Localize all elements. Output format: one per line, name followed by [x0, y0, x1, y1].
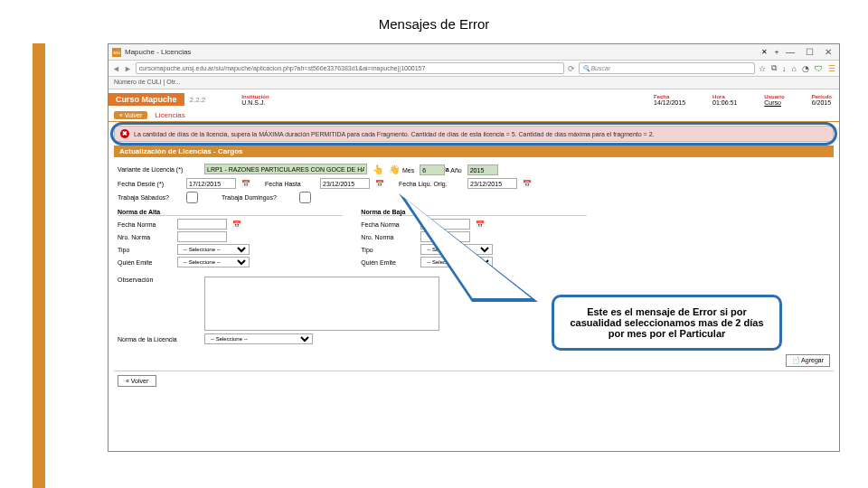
orange-vertical-bar — [33, 43, 45, 488]
domingo-label: Trabaja Domingos? — [222, 194, 294, 201]
menu-icon[interactable]: ☰ — [828, 64, 835, 73]
spacer-col — [605, 209, 830, 269]
tab-title[interactable]: Mapuche - Licencias — [125, 48, 761, 56]
url-field[interactable]: cursomapuche.unsj.edu.ar/siu/mapuche/apl… — [136, 62, 565, 74]
mes-field[interactable] — [420, 164, 445, 175]
sabado-label: Trabaja Sábados? — [118, 194, 181, 201]
calendar-icon-3[interactable]: 📅 — [523, 180, 532, 188]
address-bar: ◄ ► cursomapuche.unsj.edu.ar/siu/mapuche… — [108, 61, 839, 77]
periodo-value: 6/2015 — [812, 99, 832, 106]
baja-nnorma-label: Nro. Norma — [361, 234, 415, 240]
alta-emisor-select[interactable]: -- Seleccione -- — [177, 257, 250, 267]
calendar-icon[interactable]: 📅 — [241, 180, 250, 188]
alta-fnorma-label: Fecha Norma — [118, 221, 172, 228]
favicon-icon: siu — [112, 48, 121, 57]
calendar-icon-2[interactable]: 📅 — [375, 180, 384, 188]
bookmark-bar: Número de CULI | Otr... — [108, 77, 839, 89]
section-header: Actualización de Licencias - Cargos — [114, 145, 834, 157]
window-close-icon[interactable]: ✕ — [825, 47, 832, 57]
slide-title: Mensajes de Error — [0, 0, 868, 39]
desde-label: Fecha Desde (*) — [118, 181, 181, 187]
brand-logo: Curso Mapuche — [108, 93, 184, 106]
obs-textarea[interactable] — [204, 277, 439, 331]
forward-icon[interactable]: ► — [124, 64, 132, 73]
norma-alta-col: Norma de Alta Fecha Norma📅 Nro. Norma Ti… — [118, 209, 343, 269]
alta-tipo-label: Tipo — [118, 247, 172, 253]
error-wrapper: ✖ La cantidad de días de la licencia, su… — [114, 126, 834, 142]
hora-value: 01:06:51 — [712, 99, 737, 106]
ult-label: Fecha Liqu. Orig. — [399, 181, 462, 187]
volver-button[interactable]: « Volver — [114, 111, 147, 119]
hasta-field[interactable] — [320, 178, 370, 189]
breadcrumb: « Volver Licencias — [108, 109, 839, 122]
error-text: La cantidad de días de la licencia, supe… — [134, 131, 655, 137]
alta-nnorma-label: Nro. Norma — [118, 234, 172, 240]
shield-icon[interactable]: 🛡 — [815, 64, 823, 73]
hasta-label: Fecha Hasta — [265, 181, 315, 187]
alta-header: Norma de Alta — [118, 209, 343, 216]
calendar-icon-4[interactable]: 📅 — [232, 221, 241, 229]
pointer-icon[interactable]: 👆 — [373, 164, 383, 174]
back-icon[interactable]: ◄ — [112, 64, 120, 73]
error-icon: ✖ — [120, 129, 129, 138]
tab-close-icon[interactable]: ✕ — [761, 48, 768, 56]
title-bar: siu Mapuche - Licencias ✕ ＋ — ☐ ✕ — [108, 44, 839, 61]
reload-icon[interactable]: ⟳ — [568, 64, 575, 73]
error-message-box: ✖ La cantidad de días de la licencia, su… — [114, 126, 834, 142]
window-max-icon[interactable]: ☐ — [806, 47, 814, 57]
alta-fnorma-field[interactable] — [177, 219, 227, 230]
callout-box: Este es el mensaje de Error si por casua… — [552, 295, 782, 351]
baja-tipo-label: Tipo — [361, 247, 415, 253]
alta-nnorma-field[interactable] — [177, 231, 227, 242]
brand-bar: Curso Mapuche 2.2.2 InstituciónU.N.S.J. … — [108, 89, 839, 109]
ult-field[interactable] — [467, 178, 517, 189]
download-icon[interactable]: ↓ — [782, 64, 787, 73]
search-placeholder: Buscar — [590, 65, 610, 71]
bookmarks-icon[interactable]: ⧉ — [771, 63, 777, 73]
nlic-label: Norma de la Licencia — [118, 336, 199, 343]
baja-fnorma-label: Fecha Norma — [361, 221, 415, 228]
anio-label: Año — [450, 167, 461, 174]
alta-emisor-label: Quién Emite — [118, 259, 172, 266]
inst-value: U.N.S.J. — [241, 99, 269, 106]
variante-label: Variante de Licencia (*) — [118, 166, 199, 173]
home-icon[interactable]: ⌂ — [792, 64, 797, 73]
mes-label: Mes — [402, 167, 414, 174]
baja-emisor-label: Quién Emite — [361, 259, 415, 266]
domingo-checkbox[interactable] — [299, 192, 311, 203]
star-icon[interactable]: ☆ — [759, 64, 766, 73]
usuario-value[interactable]: Curso — [764, 99, 784, 106]
fecha-value: 14/12/2015 — [654, 99, 685, 106]
variante-field[interactable] — [204, 164, 367, 174]
pointer-icon-2[interactable]: 👋 — [389, 164, 400, 174]
breadcrumb-text: Licencias — [155, 111, 184, 119]
agregar-button[interactable]: 📄 Agregar — [786, 354, 830, 367]
nlic-select[interactable]: -- Seleccione -- — [204, 333, 313, 344]
anio-field[interactable] — [467, 164, 498, 175]
desde-field[interactable] — [186, 178, 236, 189]
obs-label: Observación — [118, 277, 199, 283]
search-field[interactable]: 🔍 Buscar — [579, 62, 755, 74]
pocket-icon[interactable]: ◔ — [802, 64, 809, 73]
alta-tipo-select[interactable]: -- Seleccione -- — [177, 244, 250, 255]
new-tab-icon[interactable]: ＋ — [773, 47, 780, 57]
url-text: cursomapuche.unsj.edu.ar/siu/mapuche/apl… — [139, 65, 426, 71]
version-text: 2.2.2 — [190, 96, 206, 104]
sabado-checkbox[interactable] — [186, 192, 198, 203]
window-min-icon[interactable]: — — [786, 47, 795, 57]
volver-button-bottom[interactable]: « Volver — [118, 375, 156, 387]
